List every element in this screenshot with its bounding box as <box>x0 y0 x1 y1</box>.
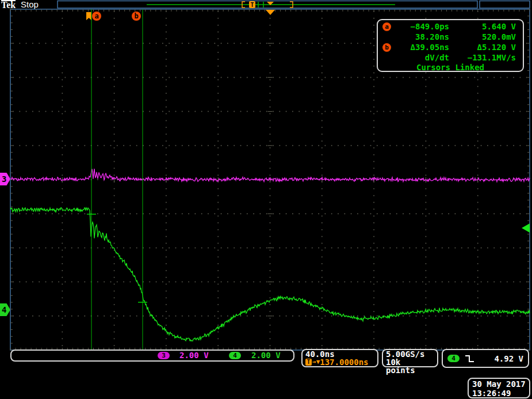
date-label: 30 May 2017 <box>472 379 526 389</box>
cursor-b-time: 38.20ns <box>394 32 449 41</box>
dvdt-value: −131.1MV/s <box>449 53 518 62</box>
delta-time: Δ39.05ns <box>394 43 449 52</box>
channel-readout-box[interactable]: 3 2.00 V 4 2.00 V <box>10 349 294 362</box>
time-label: 13:26:49 <box>472 389 526 398</box>
channel-4-badge[interactable]: 4 <box>229 352 241 359</box>
trigger-t-icon: T <box>305 359 312 366</box>
channel-4-scale: 2.00 V <box>251 351 281 360</box>
readout-row: 38.20ns 520.0mV <box>382 32 518 42</box>
cursor-a-time: −849.0ps <box>394 22 449 31</box>
readout-row: dV/dt −131.1MV/s <box>382 52 518 63</box>
trigger-level: 4.92 V <box>476 354 523 363</box>
cursors-linked-label: Cursors Linked <box>382 63 518 73</box>
trigger-source-badge: 4 <box>447 355 460 362</box>
trigger-box[interactable]: 4 4.92 V <box>442 349 529 368</box>
trigger-position-value: 137.0000ns <box>320 358 368 367</box>
trigger-position-marker[interactable] <box>266 10 275 15</box>
channel-3-badge[interactable]: 3 <box>158 352 170 359</box>
record-view-aux-box <box>480 1 530 9</box>
readout-row: b Δ39.05ns Δ5.120 V <box>382 42 518 52</box>
delta-voltage: Δ5.120 V <box>449 43 518 52</box>
record-length: 10k points <box>386 358 434 374</box>
cursor-b-badge-icon: b <box>382 43 391 52</box>
cursor-a-badge-icon: a <box>382 22 391 31</box>
cursor-a-voltage: 5.640 V <box>449 22 518 31</box>
falling-edge-icon <box>464 354 476 363</box>
readout-row: a −849.0ps 5.640 V <box>382 21 518 32</box>
record-trigger-t-letter: T <box>250 2 254 8</box>
sample-rate: 5.00GS/s <box>386 350 434 358</box>
timebase-scale: 40.0ns <box>305 350 374 358</box>
dvdt-label: dV/dt <box>394 53 449 62</box>
cursor-readout-box: a −849.0ps 5.640 V 38.20ns 520.0mV b Δ39… <box>377 19 524 72</box>
arrow-right-icon: → <box>312 359 316 366</box>
acquisition-box[interactable]: 5.00GS/s 10k points <box>382 349 438 367</box>
oscilloscope-screen: T Tek Stop a b a −849.0ps 5.640 V 38.20n… <box>0 0 532 399</box>
cursor-b-voltage: 520.0mV <box>449 32 518 41</box>
triangle-down-icon: ▼ <box>316 359 320 366</box>
timebase-box[interactable]: 40.0ns T → ▼ 137.0000ns <box>301 349 378 367</box>
trigger-level-marker[interactable] <box>522 223 530 233</box>
ch4-waveform <box>10 208 530 341</box>
datetime-box: 30 May 2017 13:26:49 <box>468 378 530 398</box>
channel-3-scale: 2.00 V <box>179 351 209 360</box>
